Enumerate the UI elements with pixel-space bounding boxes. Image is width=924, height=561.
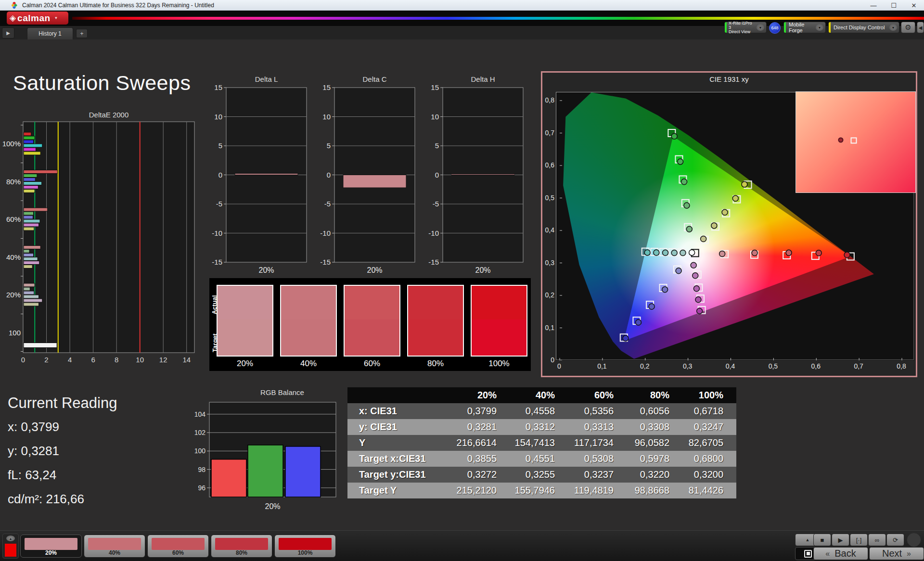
compare-swatch-label: 80% xyxy=(407,359,464,369)
table-cell: 0,3312 xyxy=(497,419,555,435)
tab-scroll-button[interactable]: ▶ xyxy=(2,27,14,38)
compare-swatch-100% xyxy=(471,285,527,357)
table-cell: 0,3255 xyxy=(497,467,555,483)
cie-measured-green-3 xyxy=(681,179,687,185)
cie-x-tick: 0 xyxy=(557,362,561,370)
play-button[interactable]: ▶ xyxy=(832,534,849,546)
cie-y-tick: 0,3 xyxy=(543,259,554,267)
deltae-bar-40%-4 xyxy=(24,261,39,265)
cie-measured-cyan-5 xyxy=(644,250,650,255)
table-cell: 0,3272 xyxy=(439,467,497,483)
settings-gear-button[interactable]: ⚙ xyxy=(901,22,915,33)
maximize-button[interactable]: ☐ xyxy=(884,0,904,11)
refresh-button[interactable]: ⟳ xyxy=(886,534,904,546)
svg-text:20%: 20% xyxy=(475,266,490,274)
deltae-bar-80%-2 xyxy=(24,178,35,181)
page-title: Saturation Sweeps xyxy=(13,71,191,95)
table-col-header: 40% xyxy=(497,387,555,403)
cie-measured-red-1 xyxy=(719,251,725,257)
deltae-bar-40%-2 xyxy=(24,254,34,257)
table-cell: 0,3220 xyxy=(614,467,669,483)
cie-x-tick: 0,4 xyxy=(726,362,735,370)
level-button-100%[interactable]: 100% xyxy=(274,535,336,558)
continuous-button[interactable]: ∞ xyxy=(868,534,886,546)
refresh-icon: ⟳ xyxy=(893,536,898,544)
svg-text:-10: -10 xyxy=(428,229,439,237)
stop-button[interactable]: ■ xyxy=(813,534,831,546)
delta-lch-charts: Delta L151050-5-10-1520%Delta C151050-5-… xyxy=(212,72,529,279)
cie-measured-yellow-4 xyxy=(732,195,738,201)
cie-measured-blue-1 xyxy=(676,268,681,274)
deltae-bar-20%-1 xyxy=(24,287,30,291)
deltae-bar-60%-2 xyxy=(24,216,33,219)
inset-measured-dot xyxy=(838,137,844,142)
table-cell: 0,3237 xyxy=(555,467,614,483)
measure-indicator[interactable] xyxy=(907,533,921,547)
meter-count-badge[interactable]: 648 xyxy=(769,22,781,34)
single-measure-button[interactable]: [·] xyxy=(850,534,868,546)
svg-text:0: 0 xyxy=(21,356,25,364)
cie-measured-yellow-1 xyxy=(701,236,706,242)
svg-text:-5: -5 xyxy=(433,200,439,208)
cie-measured-cyan-4 xyxy=(654,250,659,255)
calman-menu-button[interactable]: ◈ calman ▼ xyxy=(7,12,68,25)
table-header-row: 20%40%60%80%100% xyxy=(347,387,736,403)
compare-swatch-80% xyxy=(407,285,464,357)
svg-text:10: 10 xyxy=(431,113,439,121)
table-cell: 0,3281 xyxy=(439,419,497,435)
cie-y-tick: 0,1 xyxy=(543,324,554,332)
table-row-label: Target Y xyxy=(347,483,439,498)
cie-x-tick: 0,8 xyxy=(897,362,906,370)
cie-measured-magenta-3 xyxy=(693,286,699,292)
compare-swatch-label: 40% xyxy=(280,359,337,369)
chevron-down-icon: ▼ xyxy=(816,24,823,31)
play-icon: ▶ xyxy=(838,536,843,544)
svg-text:15: 15 xyxy=(322,83,331,91)
history-tab[interactable]: History 1 xyxy=(27,27,73,39)
app-icon xyxy=(12,2,18,9)
collapse-panel-button[interactable]: ◀ xyxy=(917,22,924,33)
cie-measured-green-5 xyxy=(671,133,677,139)
level-button-80%[interactable]: 80% xyxy=(211,535,272,558)
back-button[interactable]: « Back xyxy=(813,547,868,560)
close-button[interactable]: ✕ xyxy=(904,0,924,11)
cie-measured-blue-2 xyxy=(662,287,668,293)
cie-y-tick: 0,2 xyxy=(543,291,554,299)
table-row: y: CIE310,32810,33120,33130,33080,3247 xyxy=(347,419,736,435)
cie-x-tick: 0,2 xyxy=(640,362,649,370)
deltae-bar-100%-1 xyxy=(24,136,35,140)
table-row: Target Y215,2120155,7946119,481998,86688… xyxy=(347,483,736,498)
cie-measured-magenta-2 xyxy=(693,273,698,279)
table-cell: 215,2120 xyxy=(439,483,497,498)
add-tab-button[interactable]: + xyxy=(76,29,88,38)
current-reading-cdm2: cd/m²: 216,66 xyxy=(8,492,117,507)
table-cell: 0,5308 xyxy=(555,451,614,467)
display-control-dropdown[interactable]: Direct Display Control ▼ xyxy=(828,22,899,33)
next-button[interactable]: Next » xyxy=(869,547,924,560)
svg-text:-10: -10 xyxy=(320,229,331,237)
table-cell: 0,5978 xyxy=(614,451,669,467)
meter-device-dropdown[interactable]: X-Rite i1Pro 3 Direct View ▼ xyxy=(724,22,767,33)
svg-text:10: 10 xyxy=(214,113,222,121)
calman-diamond-icon: ◈ xyxy=(10,13,16,23)
level-button-60%[interactable]: 60% xyxy=(147,535,209,558)
table-cell: 96,0582 xyxy=(614,435,669,451)
deltae-bar-100%-0 xyxy=(24,132,31,136)
level-button-20%[interactable]: 20% xyxy=(20,535,82,558)
source-dropdown[interactable]: Mobile Forge ▼ xyxy=(783,22,826,33)
svg-text:-15: -15 xyxy=(320,258,331,266)
cie-measured-red-3 xyxy=(786,250,792,255)
svg-text:96: 96 xyxy=(198,484,205,492)
deltaL-bar xyxy=(235,173,298,175)
table-cell: 82,6705 xyxy=(669,435,736,451)
compare-swatch-60% xyxy=(344,285,400,357)
rgb-bar-red xyxy=(211,459,246,497)
minimize-button[interactable]: — xyxy=(863,0,884,11)
pattern-window-button[interactable]: ▲ xyxy=(2,534,19,559)
level-label: 100% xyxy=(275,549,335,556)
level-button-40%[interactable]: 40% xyxy=(84,535,145,558)
svg-text:-10: -10 xyxy=(212,229,222,237)
table-row: Target x:CIE310,38550,45510,53080,59780,… xyxy=(347,451,736,467)
svg-text:0: 0 xyxy=(327,171,331,179)
deltae-bar-80%-0 xyxy=(24,170,57,174)
